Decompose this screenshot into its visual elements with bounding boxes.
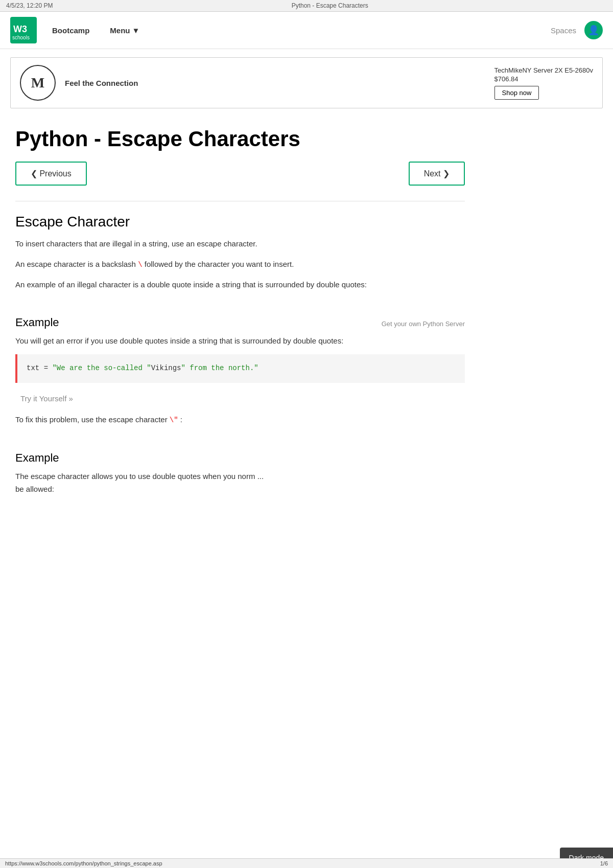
example2-desc-suffix2: be allowed: bbox=[15, 485, 54, 493]
para2-code: \ bbox=[138, 261, 142, 269]
ad-product-title: TechMikeNY Server 2X E5-2680v bbox=[494, 66, 593, 74]
ad-logo: M bbox=[20, 65, 56, 101]
fix-text: To fix this problem, use the escape char… bbox=[15, 413, 465, 427]
code1-var: txt bbox=[27, 364, 39, 372]
main-content: Python - Escape Characters ❮ Previous Ne… bbox=[0, 117, 480, 518]
example2-desc-suffix: ... bbox=[257, 472, 264, 481]
para2-suffix: followed by the character you want to in… bbox=[145, 260, 294, 268]
user-avatar[interactable]: 👤 bbox=[584, 21, 603, 39]
example1-title: Example bbox=[15, 316, 59, 329]
fix-text-prefix: To fix this problem, use the escape char… bbox=[15, 415, 168, 424]
browser-timestamp: 4/5/23, 12:20 PM bbox=[6, 2, 53, 9]
ad-right: TechMikeNY Server 2X E5-2680v $706.84 Sh… bbox=[494, 66, 593, 100]
site-header: W3 schools Bootcamp Menu ▼ Spaces 👤 bbox=[0, 12, 613, 49]
previous-button[interactable]: ❮ Previous bbox=[15, 162, 87, 186]
example2-desc: The escape character allows you to use d… bbox=[15, 470, 465, 496]
example2-desc-prefix: The escape character allows you to use d… bbox=[15, 472, 255, 481]
code1-string: "We are the so-called "Vikings" from the… bbox=[52, 364, 258, 372]
browser-bar: 4/5/23, 12:20 PM Python - Escape Charact… bbox=[0, 0, 613, 12]
page-title: Python - Escape Characters bbox=[15, 127, 465, 151]
fix-text-suffix: : bbox=[180, 415, 182, 424]
ad-banner: M Feel the Connection TechMikeNY Server … bbox=[10, 57, 603, 108]
example1-header: Example Get your own Python Server bbox=[15, 306, 465, 334]
avatar-icon: 👤 bbox=[588, 25, 599, 36]
try-it-yourself-link-1[interactable]: Try it Yourself » bbox=[20, 394, 73, 403]
shop-now-button[interactable]: Shop now bbox=[494, 86, 539, 100]
para3: An example of an illegal character is a … bbox=[15, 278, 465, 291]
example2-header: Example bbox=[15, 441, 465, 470]
para1: To insert characters that are illegal in… bbox=[15, 237, 465, 250]
section1-title: Escape Character bbox=[15, 214, 465, 230]
spaces-button[interactable]: Spaces bbox=[551, 26, 576, 35]
ad-tagline-text: Feel the Connection bbox=[65, 79, 138, 87]
section-divider bbox=[15, 201, 465, 201]
code-box-1: txt = "We are the so-called "Vikings" fr… bbox=[15, 354, 465, 383]
w3schools-logo: W3 schools bbox=[10, 17, 37, 43]
next-button[interactable]: Next ❯ bbox=[409, 162, 465, 186]
menu-label: Menu bbox=[110, 26, 130, 35]
para2-prefix: An escape character is a backslash bbox=[15, 260, 136, 268]
para2: An escape character is a backslash \ fol… bbox=[15, 258, 465, 271]
header-right: Spaces 👤 bbox=[551, 21, 603, 39]
nav-buttons: ❮ Previous Next ❯ bbox=[15, 162, 465, 186]
svg-text:W3: W3 bbox=[13, 24, 27, 34]
menu-button[interactable]: Menu ▼ bbox=[105, 23, 145, 38]
fix-code: \" bbox=[170, 416, 178, 424]
browser-page-title: Python - Escape Characters bbox=[292, 2, 368, 9]
get-server-link[interactable]: Get your own Python Server bbox=[382, 320, 465, 328]
svg-text:schools: schools bbox=[12, 35, 30, 40]
example1-desc: You will get an error if you use double … bbox=[15, 334, 465, 348]
bootcamp-button[interactable]: Bootcamp bbox=[47, 23, 95, 38]
example2-title: Example bbox=[15, 451, 59, 465]
menu-chevron-icon: ▼ bbox=[132, 26, 140, 35]
ad-tagline: Feel the Connection bbox=[65, 79, 138, 87]
code1-equals: = bbox=[44, 364, 53, 372]
ad-price: $706.84 bbox=[494, 75, 593, 83]
logo-link[interactable]: W3 schools bbox=[10, 17, 37, 43]
ad-logo-letter: M bbox=[31, 75, 44, 91]
